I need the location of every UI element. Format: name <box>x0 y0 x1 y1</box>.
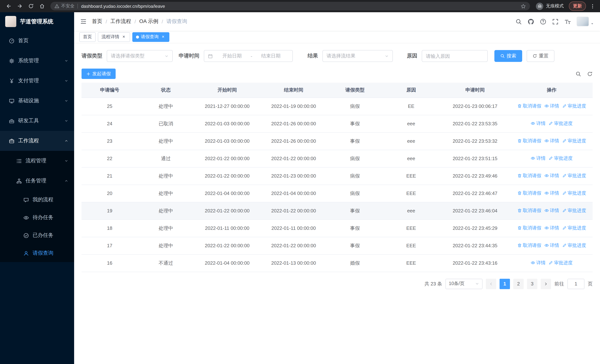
sidebar-item-leave-query[interactable]: 请假查询 <box>0 244 74 262</box>
page-button-1[interactable]: 1 <box>500 279 510 289</box>
sidebar-item-devtools[interactable]: 研发工具 <box>0 111 74 131</box>
sidebar-item-system[interactable]: 系统管理 <box>0 51 74 71</box>
update-button[interactable]: 更新 <box>569 1 586 11</box>
action-detail[interactable]: 详情 <box>544 138 559 144</box>
page-size-select[interactable]: 10条/页 <box>445 279 483 289</box>
action-detail[interactable]: 详情 <box>544 225 559 231</box>
reason-input[interactable] <box>422 50 487 62</box>
user-menu[interactable] <box>577 17 594 26</box>
search-button[interactable]: 搜索 <box>494 50 522 62</box>
action-progress[interactable]: 审批进度 <box>562 138 586 144</box>
github-icon[interactable] <box>528 18 534 25</box>
browser-home-button[interactable] <box>37 1 47 11</box>
font-size-icon[interactable] <box>564 18 571 25</box>
edit-icon <box>562 174 566 178</box>
sidebar-item-my-process[interactable]: 我的流程 <box>0 191 74 209</box>
cell-status: 处理中 <box>138 132 194 150</box>
action-progress[interactable]: 审批进度 <box>548 121 572 127</box>
url-text[interactable]: dashboard.yudao.iocoder.cn/bpm/oa/leave <box>81 3 518 9</box>
action-cancel[interactable]: 取消请假 <box>517 243 541 249</box>
result-select[interactable]: 请选择流结果 <box>322 50 393 62</box>
action-progress[interactable]: 审批进度 <box>562 225 586 231</box>
refresh-table-button[interactable] <box>587 71 593 76</box>
column-header: 申请编号 <box>82 83 138 97</box>
goto-page-input[interactable] <box>567 279 584 289</box>
sidebar-item-todo-task[interactable]: 待办任务 <box>0 209 74 226</box>
reset-button[interactable]: 重置 <box>527 50 554 62</box>
action-detail[interactable]: 详情 <box>544 208 559 214</box>
search-icon[interactable] <box>516 18 522 25</box>
sidebar-item-home[interactable]: 首页 <box>0 31 74 51</box>
page-button-3[interactable]: 3 <box>527 279 537 289</box>
sidebar-item-infrastructure[interactable]: 基础设施 <box>0 91 74 111</box>
cell-apply_time: 2022-01-22 23:49:46 <box>439 167 511 185</box>
tab-leave-query[interactable]: 请假查询× <box>132 32 169 42</box>
security-label[interactable]: 不安全 <box>61 3 75 9</box>
reload-button[interactable] <box>26 1 36 11</box>
breadcrumb-item[interactable]: 首页 <box>92 18 102 25</box>
action-detail[interactable]: 详情 <box>531 155 545 162</box>
action-progress[interactable]: 审批进度 <box>562 173 586 179</box>
collapse-sidebar-button[interactable] <box>80 18 87 25</box>
cell-status: 处理中 <box>138 185 194 202</box>
action-detail[interactable]: 详情 <box>531 121 545 127</box>
tab-process-detail[interactable]: 流程详情× <box>98 32 130 42</box>
breadcrumb-item[interactable]: 工作流程 <box>111 18 131 25</box>
browser-menu-button[interactable] <box>588 2 597 10</box>
action-cancel[interactable]: 取消请假 <box>517 173 541 179</box>
end-date-placeholder: 结束日期 <box>253 53 289 59</box>
cell-end: 2022-01-22 00:00:00 <box>260 202 327 219</box>
cell-end: 2022-01-04 00:00:00 <box>260 185 327 202</box>
action-detail[interactable]: 详情 <box>544 190 559 196</box>
action-progress[interactable]: 审批进度 <box>548 260 572 266</box>
action-detail[interactable]: 详情 <box>544 243 559 249</box>
sidebar-item-workflow[interactable]: 工作流程 <box>0 131 74 151</box>
next-page-button[interactable] <box>541 279 551 289</box>
sidebar-item-done-task[interactable]: 已办任务 <box>0 226 74 244</box>
apply-time-label: 申请时间 <box>179 53 199 59</box>
prev-page-button[interactable] <box>486 279 496 289</box>
cell-status: 已取消 <box>138 115 194 132</box>
fullscreen-icon[interactable] <box>552 18 559 25</box>
sidebar-item-payment[interactable]: 支付管理 <box>0 71 74 91</box>
action-progress[interactable]: 审批进度 <box>548 155 572 162</box>
action-cancel[interactable]: 取消请假 <box>517 208 541 214</box>
action-cancel[interactable]: 取消请假 <box>517 190 541 196</box>
apply-time-range-picker[interactable]: 开始日期 - 结束日期 <box>204 50 293 62</box>
cell-status: 不通过 <box>138 254 194 272</box>
chevron-down-icon <box>65 119 68 123</box>
help-icon[interactable] <box>540 18 546 25</box>
cell-id: 20 <box>82 185 138 202</box>
action-progress[interactable]: 审批进度 <box>562 208 586 214</box>
page-content: 请假类型 请选择请假类型 申请时间 开始日期 - 结束日期 <box>74 43 600 364</box>
toggle-search-button[interactable] <box>576 71 581 76</box>
leave-type-select[interactable]: 请选择请假类型 <box>107 50 173 62</box>
address-bar[interactable]: 不安全 dashboard.yudao.iocoder.cn/bpm/oa/le… <box>50 2 530 10</box>
action-cancel[interactable]: 取消请假 <box>517 225 541 231</box>
bookmark-star-icon[interactable] <box>521 3 526 9</box>
action-progress[interactable]: 审批进度 <box>562 190 586 196</box>
avatar[interactable] <box>577 17 589 26</box>
action-progress[interactable]: 审批进度 <box>562 103 586 109</box>
action-detail[interactable]: 详情 <box>544 103 559 109</box>
page-button-2[interactable]: 2 <box>513 279 524 289</box>
forward-button[interactable] <box>15 1 24 11</box>
action-progress[interactable]: 审批进度 <box>562 243 586 249</box>
eye-icon <box>531 156 535 161</box>
breadcrumb-item[interactable]: OA 示例 <box>139 18 159 25</box>
back-button[interactable] <box>4 1 13 11</box>
page-unit: 页 <box>588 280 593 287</box>
sidebar-item-task-mgmt[interactable]: 任务管理 <box>0 171 74 191</box>
close-tab-icon[interactable]: × <box>121 34 126 39</box>
create-leave-button[interactable]: 发起请假 <box>82 69 116 79</box>
close-tab-icon[interactable]: × <box>160 34 166 39</box>
action-detail[interactable]: 详情 <box>531 260 545 266</box>
action-detail[interactable]: 详情 <box>544 173 559 179</box>
cell-actions: 取消请假详情审批进度 <box>511 237 593 254</box>
tab-home[interactable]: 首页 <box>79 32 96 42</box>
action-cancel[interactable]: 取消请假 <box>517 138 541 144</box>
action-cancel[interactable]: 取消请假 <box>517 103 541 109</box>
sidebar-item-process-mgmt[interactable]: 流程管理 <box>0 151 74 171</box>
cell-status: 处理中 <box>138 167 194 185</box>
reason-input-wrap <box>422 50 488 62</box>
